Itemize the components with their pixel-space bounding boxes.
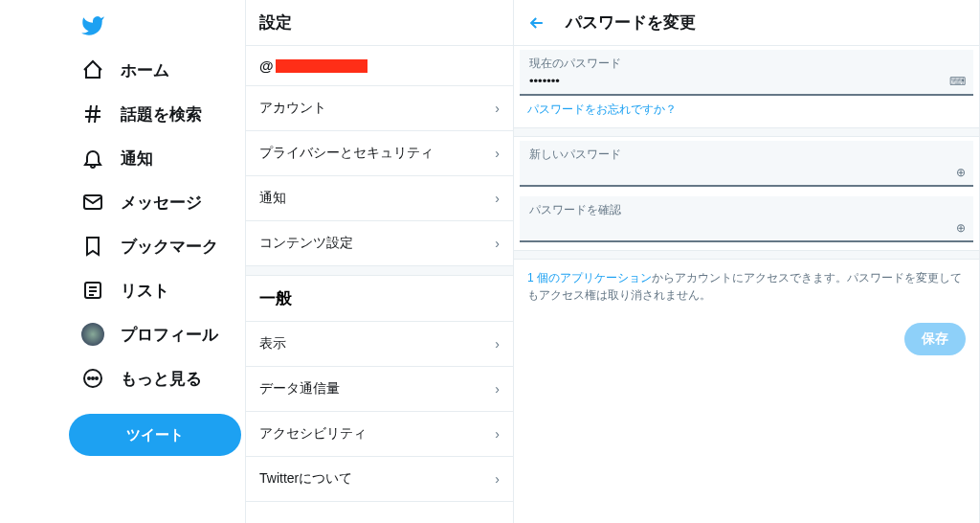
sidebar: ホーム 話題を検索 通知 メッセージ ブックマーク リスト プロフィール もっと…	[0, 0, 245, 523]
bookmark-icon	[80, 234, 105, 259]
key-icon: ⊕	[956, 221, 966, 235]
divider	[246, 266, 513, 276]
keyboard-icon: ⌨	[949, 75, 966, 88]
settings-title: 設定	[246, 0, 513, 46]
chevron-right-icon: ›	[495, 146, 500, 161]
field-label: 現在のパスワード	[529, 56, 964, 72]
nav-bookmarks[interactable]: ブックマーク	[69, 224, 245, 268]
settings-column: 設定 @ アカウント › プライバシーとセキュリティ › 通知 › コンテンツ設…	[245, 0, 513, 523]
apps-link[interactable]: 1 個のアプリケーション	[527, 271, 652, 284]
nav-label: メッセージ	[121, 192, 202, 214]
chevron-right-icon: ›	[495, 191, 500, 206]
twitter-logo[interactable]	[69, 8, 245, 44]
key-icon: ⊕	[956, 166, 966, 179]
detail-title: パスワードを変更	[566, 11, 696, 34]
more-icon	[80, 366, 105, 391]
arrow-left-icon	[527, 13, 546, 33]
tweet-button[interactable]: ツイート	[69, 414, 241, 456]
chevron-right-icon: ›	[495, 471, 500, 487]
nav-label: 通知	[121, 148, 153, 170]
settings-display[interactable]: 表示 ›	[246, 322, 513, 367]
chevron-right-icon: ›	[495, 336, 500, 352]
general-header: 一般	[246, 276, 513, 322]
field-label: パスワードを確認	[529, 202, 964, 218]
settings-accessibility[interactable]: アクセシビリティ ›	[246, 412, 513, 457]
nav-label: リスト	[121, 280, 169, 302]
handle-row: @	[246, 46, 513, 86]
apps-info: 1 個のアプリケーションからアカウントにアクセスできます。パスワードを変更しても…	[514, 260, 979, 313]
menu-label: コンテンツ設定	[259, 235, 353, 252]
menu-label: データ通信量	[259, 380, 340, 398]
settings-account[interactable]: アカウント ›	[246, 86, 513, 131]
settings-content[interactable]: コンテンツ設定 ›	[246, 221, 513, 266]
settings-data[interactable]: データ通信量 ›	[246, 367, 513, 412]
chevron-right-icon: ›	[495, 426, 500, 442]
nav-label: ブックマーク	[121, 236, 218, 258]
confirm-password-input[interactable]	[529, 218, 964, 237]
nav-more[interactable]: もっと見る	[69, 356, 245, 400]
hash-icon	[80, 102, 105, 126]
detail-header: パスワードを変更	[514, 0, 979, 46]
settings-about[interactable]: Twitterについて ›	[246, 457, 513, 502]
settings-privacy[interactable]: プライバシーとセキュリティ ›	[246, 131, 513, 176]
nav-messages[interactable]: メッセージ	[69, 180, 245, 224]
menu-label: 通知	[259, 190, 286, 207]
field-label: 新しいパスワード	[529, 147, 964, 163]
home-icon	[80, 57, 105, 82]
new-password-field[interactable]: 新しいパスワード ⊕	[520, 141, 973, 187]
nav-notifications[interactable]: 通知	[69, 136, 245, 180]
confirm-password-field[interactable]: パスワードを確認 ⊕	[520, 196, 973, 242]
nav-label: ホーム	[121, 59, 169, 81]
nav-lists[interactable]: リスト	[69, 268, 245, 312]
forgot-password-link[interactable]: パスワードをお忘れですか？	[514, 96, 690, 127]
chevron-right-icon: ›	[495, 101, 500, 116]
current-password-input[interactable]	[529, 72, 964, 90]
svg-point-4	[92, 377, 94, 379]
nav-home[interactable]: ホーム	[69, 48, 245, 92]
chevron-right-icon: ›	[495, 236, 500, 251]
avatar-icon	[80, 322, 105, 347]
mail-icon	[80, 190, 105, 215]
handle-redacted	[276, 59, 368, 73]
bird-icon	[80, 13, 105, 38]
new-password-input[interactable]	[529, 163, 964, 181]
list-icon	[80, 278, 105, 303]
menu-label: Twitterについて	[259, 470, 352, 488]
divider	[514, 127, 979, 137]
nav-label: もっと見る	[121, 368, 202, 390]
save-row: 保存	[514, 313, 979, 365]
divider	[514, 250, 979, 260]
current-password-field[interactable]: 現在のパスワード ⌨	[520, 50, 973, 96]
handle-prefix: @	[259, 57, 274, 74]
nav-profile[interactable]: プロフィール	[69, 312, 245, 356]
nav-explore[interactable]: 話題を検索	[69, 92, 245, 136]
menu-label: プライバシーとセキュリティ	[259, 145, 434, 162]
nav-label: プロフィール	[121, 324, 218, 346]
menu-label: アクセシビリティ	[259, 425, 367, 443]
svg-point-3	[88, 377, 90, 379]
nav-label: 話題を検索	[121, 103, 202, 125]
bell-icon	[80, 146, 105, 171]
chevron-right-icon: ›	[495, 381, 500, 397]
save-button[interactable]: 保存	[904, 323, 966, 355]
menu-label: 表示	[259, 335, 286, 352]
menu-label: アカウント	[259, 100, 326, 117]
detail-column: パスワードを変更 現在のパスワード ⌨ パスワードをお忘れですか？ 新しいパスワ…	[513, 0, 980, 523]
svg-point-5	[96, 377, 98, 379]
settings-notifications[interactable]: 通知 ›	[246, 176, 513, 221]
back-button[interactable]	[527, 13, 546, 33]
